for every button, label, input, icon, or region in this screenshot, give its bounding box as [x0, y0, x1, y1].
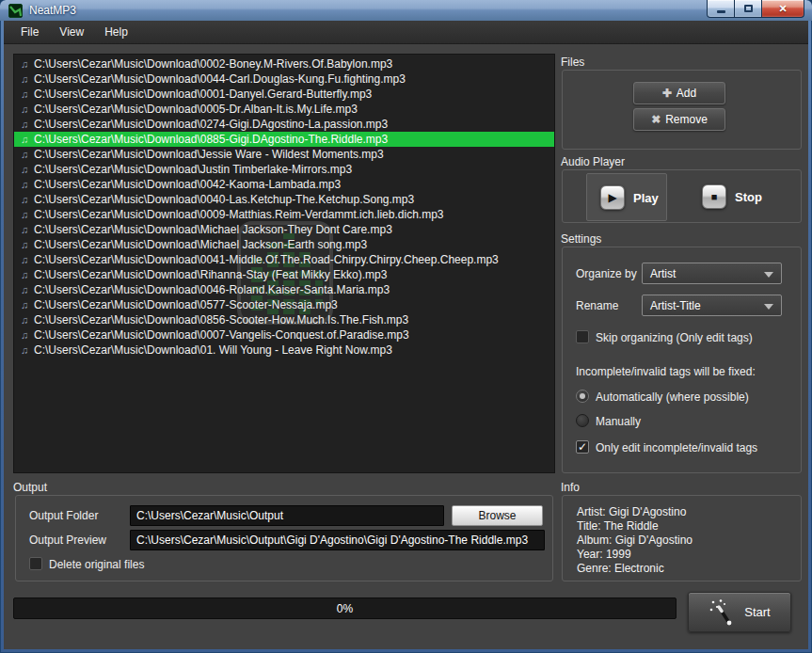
add-button[interactable]: ✚ Add: [633, 82, 725, 104]
music-note-icon: ♫: [18, 239, 31, 250]
menu-file[interactable]: File: [13, 23, 46, 41]
list-item[interactable]: ♫C:\Users\Cezar\Music\Download\01. Will …: [14, 342, 554, 358]
menu-bar: File View Help: [4, 21, 808, 44]
browse-button[interactable]: Browse: [452, 505, 543, 526]
list-item[interactable]: ♫C:\Users\Cezar\Music\Download\0005-Dr.A…: [14, 102, 554, 117]
menu-view[interactable]: View: [52, 23, 91, 41]
info-section-label: Info: [561, 481, 580, 494]
music-note-icon: ♫: [18, 73, 31, 85]
plus-icon: ✚: [662, 87, 672, 100]
music-note-icon: ♫: [18, 314, 31, 326]
radio-manually[interactable]: [576, 414, 589, 427]
output-folder-label: Output Folder: [29, 509, 98, 522]
music-note-icon: ♫: [18, 284, 31, 295]
delete-original-checkbox[interactable]: [29, 557, 42, 570]
list-item[interactable]: ♫C:\Users\Cezar\Music\Download\0040-Las.…: [14, 192, 554, 207]
list-item[interactable]: ♫C:\Users\Cezar\Music\Download\Michael J…: [14, 222, 554, 237]
add-button-label: Add: [677, 87, 696, 100]
organize-by-dropdown[interactable]: Artist: [642, 263, 782, 284]
list-item[interactable]: ♫C:\Users\Cezar\Music\Download\0274-Gigi…: [14, 117, 554, 132]
music-note-icon: ♫: [18, 134, 31, 145]
music-note-icon: ♫: [18, 58, 31, 70]
list-item[interactable]: ♫C:\Users\Cezar\Music\Download\0009-Matt…: [14, 207, 554, 222]
close-icon: ✕: [778, 3, 787, 15]
music-note-icon: ♫: [18, 179, 31, 190]
minimize-button[interactable]: [707, 0, 735, 18]
music-note-icon: ♫: [18, 299, 31, 311]
list-item[interactable]: ♫C:\Users\Cezar\Music\Download\0041-Midd…: [14, 252, 554, 267]
list-item[interactable]: ♫C:\Users\Cezar\Music\Download\0001-Dany…: [14, 87, 554, 102]
info-line: Genre: Electronic: [577, 562, 693, 576]
x-icon: ✖: [651, 113, 661, 126]
list-item[interactable]: ♫C:\Users\Cezar\Music\Download\0042-Kaom…: [14, 177, 554, 192]
radio-automatically-label: Automatically (where possible): [596, 390, 749, 404]
organize-by-label: Organize by: [576, 267, 637, 280]
info-line: Year: 1999: [577, 548, 693, 562]
skip-organizing-checkbox[interactable]: [576, 330, 589, 343]
chevron-down-icon: [764, 272, 773, 278]
title-bar[interactable]: NeatMP3 ✕: [0, 0, 812, 21]
start-button[interactable]: Start: [688, 592, 791, 632]
music-note-icon: ♫: [18, 209, 31, 220]
play-button[interactable]: ▶ Play: [586, 173, 667, 221]
file-path: C:\Users\Cezar\Music\Download\0005-Dr.Al…: [34, 103, 358, 116]
rename-value: Artist-Title: [650, 299, 701, 312]
file-path: C:\Users\Cezar\Music\Download\0009-Matth…: [34, 208, 444, 221]
list-item[interactable]: ♫C:\Users\Cezar\Music\Download\0885-Gigi…: [14, 132, 554, 147]
output-folder-input[interactable]: [130, 505, 444, 526]
file-path: C:\Users\Cezar\Music\Download\0885-Gigi.…: [34, 133, 388, 146]
music-note-icon: ♫: [18, 88, 31, 100]
remove-button-label: Remove: [665, 113, 708, 126]
maximize-button[interactable]: [735, 0, 762, 18]
list-item[interactable]: ♫C:\Users\Cezar\Music\Download\0577-Scoo…: [14, 297, 554, 312]
file-list[interactable]: ♫C:\Users\Cezar\Music\Download\0002-Bone…: [13, 54, 555, 473]
file-path: C:\Users\Cezar\Music\Download\0042-Kaoma…: [34, 178, 341, 191]
music-note-icon: ♫: [18, 119, 31, 130]
stop-button[interactable]: ■ Stop: [702, 184, 762, 209]
browse-button-label: Browse: [478, 509, 516, 522]
file-path: C:\Users\Cezar\Music\Download\0046-Rolan…: [34, 283, 390, 296]
info-line: Album: Gigi D'Agostino: [577, 534, 693, 548]
tags-note: Incomplete/invalid tags will be fixed:: [576, 365, 756, 378]
maximize-icon: [744, 5, 753, 12]
file-path: C:\Users\Cezar\Music\Download\0040-Las.K…: [34, 193, 414, 206]
files-section-label: Files: [561, 56, 584, 69]
output-groupbox: Output Folder Browse Output Preview Dele…: [15, 495, 553, 581]
delete-original-label: Delete original files: [49, 558, 144, 571]
only-edit-checkbox[interactable]: ✓: [576, 440, 589, 454]
remove-button[interactable]: ✖ Remove: [633, 108, 725, 131]
progress-bar: 0%: [13, 597, 677, 619]
stop-label: Stop: [735, 190, 762, 204]
list-item[interactable]: ♫C:\Users\Cezar\Music\Download\0856-Scoo…: [14, 312, 554, 327]
info-groupbox: Artist: Gigi D'AgostinoTitle: The Riddle…: [562, 495, 802, 581]
list-item[interactable]: ♫C:\Users\Cezar\Music\Download\Justin Ti…: [14, 162, 554, 177]
list-item[interactable]: ♫C:\Users\Cezar\Music\Download\0044-Carl…: [14, 72, 554, 87]
play-icon: ▶: [600, 185, 625, 210]
list-item[interactable]: ♫C:\Users\Cezar\Music\Download\0007-Vang…: [14, 327, 554, 342]
window-title: NeatMP3: [29, 4, 76, 17]
rename-dropdown[interactable]: Artist-Title: [642, 295, 782, 316]
audio-player-groupbox: ▶ Play ■ Stop: [562, 169, 802, 223]
play-label: Play: [633, 191, 659, 205]
output-preview-input[interactable]: [130, 530, 545, 550]
menu-help[interactable]: Help: [97, 23, 135, 41]
file-path: C:\Users\Cezar\Music\Download\0856-Scoot…: [34, 313, 408, 326]
file-path: C:\Users\Cezar\Music\Download\Rihanna-St…: [34, 268, 387, 281]
close-button[interactable]: ✕: [762, 0, 804, 18]
list-item[interactable]: ♫C:\Users\Cezar\Music\Download\Rihanna-S…: [14, 267, 554, 282]
file-path: C:\Users\Cezar\Music\Download\0007-Vange…: [34, 328, 409, 342]
file-path: C:\Users\Cezar\Music\Download\Justin Tim…: [34, 163, 352, 176]
radio-automatically[interactable]: [576, 390, 589, 403]
list-item[interactable]: ♫C:\Users\Cezar\Music\Download\Michael J…: [14, 237, 554, 252]
list-item[interactable]: ♫C:\Users\Cezar\Music\Download\0046-Rola…: [14, 282, 554, 297]
music-note-icon: ♫: [18, 149, 31, 160]
list-item[interactable]: ♫C:\Users\Cezar\Music\Download\0002-Bone…: [14, 56, 554, 72]
client-area: ♫C:\Users\Cezar\Music\Download\0002-Bone…: [4, 44, 808, 649]
settings-groupbox: Organize by Artist Rename Artist-Title S…: [562, 247, 802, 473]
music-note-icon: ♫: [18, 329, 31, 341]
output-section-label: Output: [13, 481, 47, 494]
chevron-down-icon: [764, 304, 773, 310]
music-note-icon: ♫: [18, 224, 31, 235]
list-item[interactable]: ♫C:\Users\Cezar\Music\Download\Jessie Wa…: [14, 147, 554, 162]
music-note-icon: ♫: [18, 254, 31, 265]
